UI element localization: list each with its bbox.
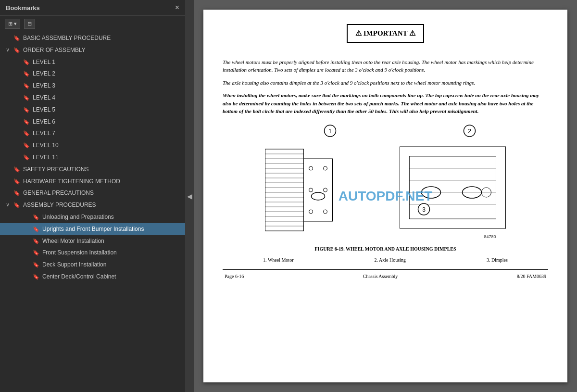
sidebar: Bookmarks × ⊞ ▾ ⊟ 🔖 BASIC ASSE	[0, 0, 185, 392]
bookmark-icon: 🔖	[33, 238, 39, 245]
bookmark-front-suspension[interactable]: 🔖 Front Suspension Installation	[0, 247, 185, 259]
bookmark-icon: 🔖	[23, 142, 30, 149]
svg-text:1: 1	[328, 128, 332, 135]
pdf-paragraph-2: The axle housing also contains dimples a…	[223, 79, 548, 87]
bookmark-label: HARDWARE TIGHTENING METHOD	[23, 177, 120, 186]
bookmark-general[interactable]: 🔖 GENERAL PRECAUTIONS	[0, 187, 185, 199]
bookmark-level-11[interactable]: 🔖 LEVEL 11	[0, 152, 185, 164]
bookmark-wheel-motor[interactable]: 🔖 Wheel Motor Installation	[0, 235, 185, 247]
bookmark-icon: 🔖	[13, 178, 20, 185]
expand-icon: ⊟	[27, 21, 32, 27]
pdf-text-content: ⚠ IMPORTANT ⚠ The wheel motors must be p…	[203, 10, 567, 294]
sidebar-toggle-button[interactable]: ◀	[185, 0, 194, 392]
pdf-content-area: AUTOPDF.NET ⚠ IMPORTANT ⚠ The wheel moto…	[194, 0, 577, 392]
sidebar-title: Bookmarks	[6, 4, 40, 12]
bookmark-level-7[interactable]: 🔖 LEVEL 7	[0, 127, 185, 139]
warning-triangle-left: ⚠	[355, 29, 362, 37]
diagram-svg: 1	[223, 120, 548, 240]
pdf-paragraph-1: The wheel motors must be properly aligne…	[223, 58, 548, 74]
bookmark-safety[interactable]: 🔖 SAFETY PRECAUTIONS	[0, 164, 185, 176]
bookmark-icon: 🔖	[23, 106, 30, 114]
bookmark-label: Unloading and Preparations	[42, 213, 114, 221]
label-1: 1. Wheel Motor	[263, 256, 293, 264]
bookmark-list: 🔖 BASIC ASSEMBLY PROCEDURE ∨ 🔖 ORDER OF …	[0, 32, 185, 392]
bookmark-icon: 🔖	[23, 94, 30, 101]
bookmark-icon: 🔖	[33, 261, 39, 268]
important-header: ⚠ IMPORTANT ⚠	[223, 24, 548, 51]
sidebar-header: Bookmarks ×	[0, 0, 185, 16]
bookmark-icon: 🔖	[23, 154, 30, 161]
bookmark-level-3[interactable]: 🔖 LEVEL 3	[0, 80, 185, 92]
svg-text:3: 3	[422, 206, 426, 213]
important-label: IMPORTANT	[364, 29, 407, 37]
bookmark-icon: 🔖	[33, 226, 39, 233]
footer-date: 8/20 FAM0639	[517, 273, 546, 280]
grid-icon: ⊞	[8, 21, 13, 27]
svg-rect-2	[265, 149, 304, 231]
footer-page: Page 6-16	[225, 273, 244, 280]
bookmark-label: Front Suspension Installation	[42, 249, 117, 257]
bookmark-icon: 🔖	[23, 70, 30, 77]
bookmark-level-1[interactable]: 🔖 LEVEL 1	[0, 56, 185, 68]
bookmark-icon: 🔖	[33, 273, 39, 280]
pdf-paragraph-3: When installing the wheel motors, make s…	[223, 91, 548, 115]
svg-text:84780: 84780	[484, 234, 496, 239]
bookmark-icon: 🔖	[13, 190, 20, 197]
svg-text:2: 2	[468, 128, 471, 135]
bookmark-label: Uprights and Front Bumper Installations	[42, 225, 144, 233]
bookmark-assembly-procedures[interactable]: ∨ 🔖 ASSEMBLY PROCEDURES	[0, 199, 185, 211]
bookmark-label: LEVEL 10	[33, 141, 59, 150]
svg-rect-19	[304, 159, 333, 221]
bookmark-icon: 🔖	[23, 130, 30, 137]
diagram-labels: 1. Wheel Motor 2. Axle Housing 3. Dimple…	[223, 256, 548, 264]
bookmark-label: LEVEL 7	[33, 129, 55, 138]
collapse-icon: ∨	[6, 46, 12, 53]
footer-section: Chassis Assembly	[363, 273, 398, 280]
bookmark-label: LEVEL 6	[33, 118, 55, 126]
bookmark-icon: 🔖	[23, 59, 30, 66]
collapse-icon: ∨	[6, 201, 12, 208]
bookmark-level-2[interactable]: 🔖 LEVEL 2	[0, 68, 185, 80]
pdf-page: AUTOPDF.NET ⚠ IMPORTANT ⚠ The wheel moto…	[203, 10, 567, 382]
bookmark-label: Deck Support Installation	[42, 261, 106, 269]
diagram-area: 1	[223, 120, 548, 240]
bookmark-level-5[interactable]: 🔖 LEVEL 5	[0, 104, 185, 116]
bookmark-label: LEVEL 11	[33, 153, 59, 162]
pdf-footer: Page 6-16 Chassis Assembly 8/20 FAM0639	[223, 269, 548, 280]
sidebar-toolbar: ⊞ ▾ ⊟	[0, 16, 185, 32]
warning-triangle-right: ⚠	[409, 29, 415, 37]
bookmark-label: LEVEL 5	[33, 106, 55, 114]
bookmark-label: Center Deck/Control Cabinet	[42, 273, 116, 281]
bookmark-level-6[interactable]: 🔖 LEVEL 6	[0, 116, 185, 128]
bookmark-deck-support[interactable]: 🔖 Deck Support Installation	[0, 259, 185, 271]
bookmark-hardware[interactable]: 🔖 HARDWARE TIGHTENING METHOD	[0, 176, 185, 188]
bookmark-unloading[interactable]: 🔖 Unloading and Preparations	[0, 211, 185, 223]
expand-all-button[interactable]: ⊟	[24, 19, 35, 29]
bookmark-label: LEVEL 1	[33, 58, 55, 66]
bookmark-label: BASIC ASSEMBLY PROCEDURE	[23, 34, 111, 42]
bookmark-icon: 🔖	[13, 166, 20, 173]
bookmark-label: ORDER OF ASSEMBLY	[23, 46, 86, 54]
close-button[interactable]: ×	[175, 4, 179, 12]
figure-caption: FIGURE 6-19. WHEEL MOTOR AND AXLE HOUSIN…	[223, 245, 548, 253]
collapse-left-icon: ◀	[187, 192, 192, 200]
bookmark-icon: 🔖	[33, 214, 39, 221]
bookmark-center-deck[interactable]: 🔖 Center Deck/Control Cabinet	[0, 271, 185, 283]
bookmark-icon: 🔖	[23, 82, 30, 89]
bookmark-icon: 🔖	[33, 249, 39, 256]
bookmark-icon: 🔖	[13, 202, 20, 209]
bookmark-label: LEVEL 4	[33, 94, 55, 102]
bookmark-label: LEVEL 3	[33, 82, 55, 90]
bookmark-icon: 🔖	[23, 118, 30, 126]
label-3: 3. Dimples	[487, 256, 508, 264]
bookmark-uprights[interactable]: 🔖 Uprights and Front Bumper Installation…	[0, 223, 185, 235]
label-2: 2. Axle Housing	[375, 256, 406, 264]
bookmark-order-assembly[interactable]: ∨ 🔖 ORDER OF ASSEMBLY	[0, 44, 185, 56]
bookmark-level-4[interactable]: 🔖 LEVEL 4	[0, 92, 185, 104]
important-box: ⚠ IMPORTANT ⚠	[347, 24, 424, 43]
bookmark-level-10[interactable]: 🔖 LEVEL 10	[0, 139, 185, 152]
bookmark-label: LEVEL 2	[33, 70, 55, 78]
bookmark-basic-assembly[interactable]: 🔖 BASIC ASSEMBLY PROCEDURE	[0, 32, 185, 44]
bookmark-icon: 🔖	[13, 47, 20, 54]
view-options-button[interactable]: ⊞ ▾	[5, 19, 20, 29]
